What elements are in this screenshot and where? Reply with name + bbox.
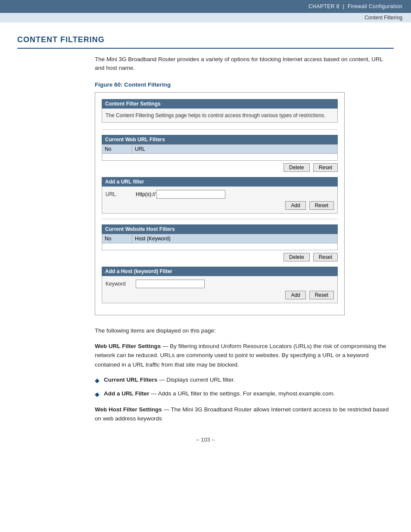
separator-1	[102, 129, 338, 130]
add-url-filter-header: Add a URL filter	[102, 177, 338, 187]
add-url-filter-section: Add a URL filter URL Http(s):// Add Rese…	[102, 177, 338, 214]
web-url-paragraph: Web URL Filter Settings — By filtering i…	[95, 342, 394, 370]
content-filter-settings-header: Content Filter Settings	[102, 99, 338, 109]
web-url-label: Web URL Filter Settings	[95, 343, 161, 349]
url-table-col-url: URL	[132, 145, 338, 154]
sub-header: Content Filtering	[0, 13, 411, 22]
bullet-item-1: ◆ Current URL Filters — Displays current…	[95, 376, 394, 385]
bullet-item-2: ◆ Add a URL Filter — Adds a URL filter t…	[95, 389, 394, 399]
host-reset-button[interactable]: Reset	[313, 253, 338, 261]
host-filters-header: Current Website Host Filters	[102, 224, 338, 234]
add-host-filter-section: Add a Host (keyword) Filter Keyword Add …	[102, 267, 338, 303]
bullet-1-body: — Displays current URL filter.	[159, 376, 235, 383]
host-add-button[interactable]: Add	[285, 291, 305, 299]
diamond-icon-2: ◆	[95, 390, 100, 399]
url-filters-section: Current Web URL Filters No URL Delete Re…	[102, 135, 338, 172]
bullet-2-label: Add a URL Filter	[104, 390, 149, 397]
url-form-label: URL	[106, 191, 136, 197]
url-prefix: Http(s)://	[136, 191, 156, 197]
host-filters-section: Current Website Host Filters No Host (Ke…	[102, 224, 338, 261]
host-add-reset-button[interactable]: Reset	[309, 291, 334, 299]
keyword-form-label: Keyword	[106, 281, 136, 287]
header-chapter: CHAPTER 8 | Firewall Configuration	[308, 3, 402, 9]
url-input[interactable]	[156, 190, 225, 199]
bullet-2-text: Add a URL Filter — Adds a URL filter to …	[104, 389, 335, 398]
content-filter-settings-section: Content Filter Settings The Content Filt…	[102, 99, 338, 123]
section-title: Content Filtering	[17, 35, 394, 49]
header-bar: CHAPTER 8 | Firewall Configuration	[0, 0, 411, 13]
url-filters-table: No URL	[102, 144, 338, 161]
bullet-1-label: Current URL Filters	[104, 376, 157, 383]
add-host-filter-header: Add a Host (keyword) Filter	[102, 267, 338, 276]
host-delete-button[interactable]: Delete	[283, 253, 310, 261]
url-table-empty-row	[102, 154, 338, 161]
sub-header-subtitle: Content Filtering	[364, 15, 402, 21]
bullet-2-body: — Adds a URL filter to the settings. For…	[151, 390, 335, 397]
add-url-buttons: Add Reset	[106, 201, 334, 210]
host-filters-table: No Host (Keyword)	[102, 234, 338, 250]
intro-paragraph: The Mini 3G Broadband Router provides a …	[95, 55, 394, 73]
url-reset-button[interactable]: Reset	[313, 163, 338, 172]
url-filters-header: Current Web URL Filters	[102, 135, 338, 144]
page-number: – 103 –	[17, 436, 394, 443]
keyword-form-row: Keyword	[106, 280, 334, 288]
web-host-paragraph: Web Host Filter Settings — The Mini 3G B…	[95, 405, 394, 423]
content-filter-settings-body: The Content Filtering Settings page help…	[102, 109, 338, 123]
bullet-1-text: Current URL Filters — Displays current U…	[104, 376, 235, 384]
content-filter-description: The Content Filtering Settings page help…	[106, 112, 334, 119]
host-table-empty-row	[102, 243, 338, 250]
host-table-col-no: No	[102, 234, 132, 243]
url-form-row: URL Http(s)://	[106, 190, 334, 199]
main-content: Content Filtering The Mini 3G Broadband …	[0, 22, 411, 460]
url-table-col-no: No	[102, 145, 132, 154]
web-host-label: Web Host Filter Settings	[95, 406, 162, 413]
following-items-text: The following items are displayed on thi…	[95, 326, 394, 336]
separator-2	[102, 219, 338, 219]
url-delete-button[interactable]: Delete	[283, 163, 310, 172]
host-table-col-host: Host (Keyword)	[132, 234, 338, 243]
add-host-buttons: Add Reset	[106, 291, 334, 299]
url-filters-buttons: Delete Reset	[102, 163, 338, 172]
ui-screenshot-box: Content Filter Settings The Content Filt…	[95, 92, 345, 316]
bullet-list: ◆ Current URL Filters — Displays current…	[95, 376, 394, 399]
figure-caption: Figure 60: Content Filtering	[95, 81, 394, 88]
diamond-icon-1: ◆	[95, 376, 100, 385]
keyword-input[interactable]	[136, 280, 205, 288]
url-add-reset-button[interactable]: Reset	[309, 201, 334, 210]
host-filters-buttons: Delete Reset	[102, 253, 338, 261]
url-add-button[interactable]: Add	[285, 201, 305, 210]
